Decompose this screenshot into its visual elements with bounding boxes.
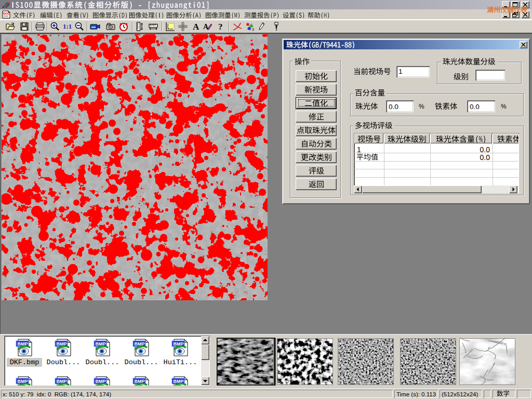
svg-text:3: 3 [252, 28, 254, 31]
svg-text:A: A [193, 22, 200, 32]
svg-text:DOC: DOC [3, 12, 10, 15]
svg-text:?: ? [218, 22, 223, 32]
svg-text:1:1: 1:1 [63, 22, 72, 30]
